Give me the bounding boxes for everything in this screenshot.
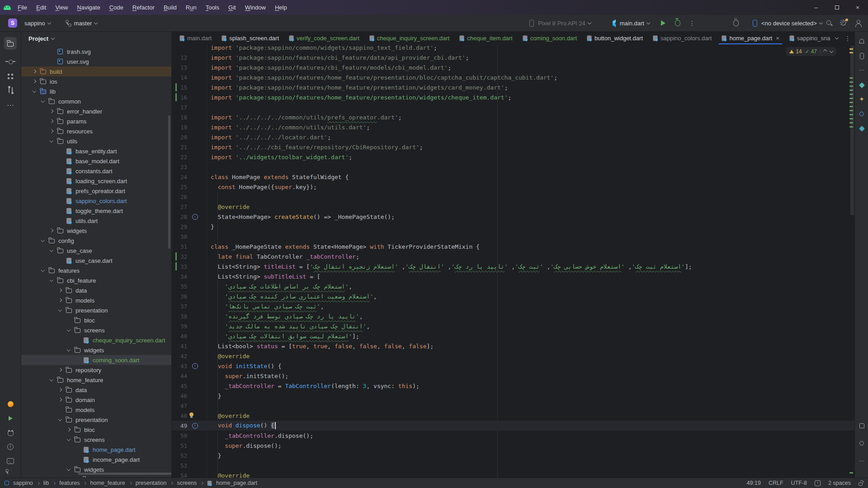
menu-code[interactable]: Code [105,3,127,12]
code-line-27[interactable]: 27 @override [172,202,854,212]
tree-item-bloc[interactable]: bloc [21,315,171,325]
tree-item-home_feature[interactable]: home_feature [21,375,171,385]
code-line-45[interactable]: 45 _tabController = TabController(length… [172,381,854,391]
tree-item-ios[interactable]: ios [21,76,171,86]
hidden-tabs-chevron-icon[interactable] [835,36,839,39]
tree-item-toggle_theme.dart[interactable]: toggle_theme.dart [21,206,171,216]
settings-gear-icon[interactable] [840,19,847,27]
menu-edit[interactable]: Edit [32,3,50,12]
close-tab-icon[interactable]: × [776,35,779,42]
tree-item-lib[interactable]: lib [21,86,171,96]
file-encoding[interactable]: UTF-8 [791,480,807,486]
code-line-26[interactable]: 26 [172,192,854,202]
tree-item-loading_screen.dart[interactable]: loading_screen.dart [21,176,171,186]
tree-chevron-down-icon[interactable] [67,348,71,351]
device-manager-icon[interactable] [857,51,867,61]
breadcrumb-item-home_page.dart[interactable]: home_page.dart [216,480,257,486]
tree-chevron-down-icon[interactable] [67,328,71,332]
tree-chevron-right-icon[interactable] [58,289,62,292]
tree-item-utils[interactable]: utils [21,136,171,146]
tree-item-prefs_opreator.dart[interactable]: prefs_opreator.dart [21,186,171,196]
tree-item-bottom_sheets[interactable]: bottom_sheets [21,474,171,478]
code-line-23[interactable]: 23 [172,162,854,172]
tree-item-screens[interactable]: screens [21,325,171,335]
bug-tool-icon[interactable] [857,438,867,448]
tree-item-params[interactable]: params [21,116,171,126]
tree-chevron-down-icon[interactable] [50,378,53,381]
tree-item-trash.svg[interactable]: trash.svg [21,47,171,57]
tree-item-utils.dart[interactable]: utils.dart [21,216,171,226]
tree-item-base_model.dart[interactable]: base_model.dart [21,156,171,166]
menu-build[interactable]: Build [160,3,181,12]
code-line-16[interactable]: 16import 'package:sappino/features/home_… [172,92,854,102]
run-configuration-selector[interactable]: main.dart [608,18,653,28]
code-line-37[interactable]: 37 'ثبت چک صیادی تمامی بانک‌ها', [172,301,854,311]
tab-main.dart[interactable]: main.dart [175,32,217,44]
help-icon[interactable]: ⋯ [857,456,867,466]
maximize-button[interactable] [826,0,847,15]
code-line-35[interactable]: 35 'استعلام چک بر اساس اطلاعات چک صیادی'… [172,281,854,291]
tree-chevron-down-icon[interactable] [33,89,36,93]
commit-icon[interactable] [4,55,17,68]
tree-chevron-down-icon[interactable] [50,248,53,252]
tree-chevron-right-icon[interactable] [58,398,62,402]
profile-icon[interactable] [854,19,862,27]
search-everywhere-icon[interactable] [826,19,833,27]
tree-item-config[interactable]: config [21,236,171,246]
breadcrumb-item-lib[interactable]: lib [43,480,49,486]
tree-chevron-right-icon[interactable] [58,298,62,302]
code-line-20[interactable]: 20import '../../../../locator.dart'; [172,132,854,142]
tree-chevron-right-icon[interactable] [33,70,36,73]
code-line-30[interactable]: 30 [172,232,854,242]
tree-item-resources[interactable]: resources [21,126,171,136]
tree-item-bloc[interactable]: bloc [21,425,171,435]
code-line-25[interactable]: 25 const HomePage({super.key}); [172,182,854,192]
tab-sappino_sna[interactable]: sappino_sna [784,32,835,44]
code-line-11[interactable]: import 'package:sappino/common/widgets/s… [172,45,854,52]
tab-cheque_item.dart[interactable]: cheque_item.dart [454,32,517,44]
inspections-widget[interactable]: 14 ✓47 [786,47,836,56]
tree-chevron-down-icon[interactable] [41,268,45,272]
editor-error-stripe[interactable] [848,45,854,478]
notifications-icon[interactable] [857,36,867,46]
logcat-icon[interactable] [4,426,17,439]
tree-chevron-down-icon[interactable] [67,467,71,471]
code-line-46[interactable]: 46 } [172,391,854,401]
tree-item-coming_soon.dart[interactable]: coming_soon.dart [21,355,171,365]
editor-notifications-icon[interactable]: ! [815,480,821,486]
code-editor[interactable]: import 'package:sappino/common/widgets/s… [172,45,854,478]
tab-cheque_inquiry_screen.dart[interactable]: cheque_inquiry_screen.dart [364,32,454,44]
menu-file[interactable]: File [14,3,31,12]
code-line-28[interactable]: 28↑ State<HomePage> createState() => _Ho… [172,212,854,222]
unlocked-icon[interactable] [859,483,863,486]
tree-item-repository[interactable]: repository [21,365,171,375]
tree-chevron-down-icon[interactable] [50,139,53,142]
tab-button_widget.dart[interactable]: button_widget.dart [582,32,648,44]
code-line-34[interactable]: 34 List<String> subTitleList = [ [172,271,854,281]
code-line-50[interactable]: 50 _tabController.dispose(); [172,431,854,441]
tree-item-screens[interactable]: screens [21,435,171,445]
menu-run[interactable]: Run [182,3,201,12]
menu-git[interactable]: Git [224,3,240,12]
tree-chevron-right-icon[interactable] [67,428,71,431]
flutter-inspector-icon[interactable] [857,109,867,119]
tree-chevron-down-icon[interactable] [41,99,45,103]
more-tool-windows-icon[interactable]: ⋯ [4,99,17,111]
code-line-13[interactable]: 13import 'package:sappino/features/cbi_f… [172,62,854,72]
tree-vertical-scrollbar[interactable] [168,115,170,249]
tab-splash_screen.dart[interactable]: splash_screen.dart [217,32,284,44]
code-line-32[interactable]: 32 late final TabController _tabControll… [172,251,854,261]
tree-horizontal-scrollbar[interactable] [78,473,172,475]
close-button[interactable]: × [847,0,868,15]
tree-chevron-right-icon[interactable] [50,229,53,232]
tree-item-constants.dart[interactable]: constants.dart [21,166,171,176]
tree-item-features[interactable]: features [21,265,171,275]
terminal-icon[interactable]: ›_ [4,455,17,467]
gemini-icon[interactable]: ✦ [857,94,867,104]
code-line-29[interactable]: 29} [172,222,854,232]
tab-home_page.dart[interactable]: home_page.dart× [717,32,784,44]
breadcrumb-item-sappino[interactable]: sappino [13,480,33,486]
structure-icon[interactable] [4,70,17,83]
code-line-52[interactable]: 52 } [172,450,854,460]
code-line-51[interactable]: 51 super.dispose(); [172,441,854,450]
